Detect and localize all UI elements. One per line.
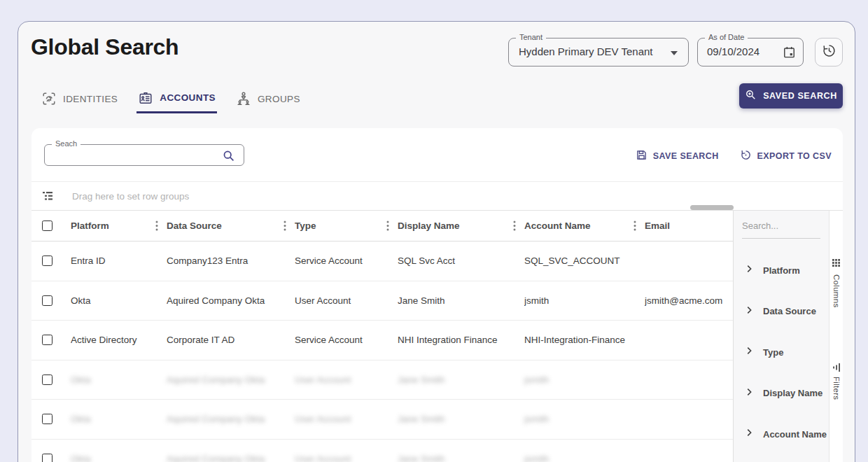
cell-display-name: SQL Svc Acct <box>398 255 524 266</box>
table-row[interactable]: Okta Aquired Company Okta User Account J… <box>31 400 733 440</box>
filter-item-display-name[interactable]: Display Name <box>734 373 829 414</box>
cell-data-source: Aquired Company Okta <box>167 295 295 306</box>
save-icon <box>636 149 648 163</box>
column-menu-icon[interactable] <box>386 220 389 231</box>
column-header-type[interactable]: Type <box>295 211 398 241</box>
filters-search <box>742 219 820 239</box>
row-checkbox[interactable] <box>42 454 52 462</box>
cell-platform: Okta <box>71 454 167 462</box>
grid-area: Platform Data Source Type <box>31 211 843 462</box>
cell-type: User Account <box>295 454 398 462</box>
accounts-grid: Platform Data Source Type <box>31 211 733 462</box>
calendar-icon[interactable] <box>783 46 796 62</box>
grid-icon <box>832 257 840 270</box>
cell-data-source: Company123 Entra <box>167 255 295 266</box>
column-menu-icon[interactable] <box>155 220 158 231</box>
filter-item-data-source[interactable]: Data Source <box>734 291 829 332</box>
cell-type: User Account <box>295 374 398 385</box>
cell-data-source: Corporate IT AD <box>167 335 295 345</box>
export-icon <box>740 149 752 163</box>
fingerprint-icon <box>41 91 57 106</box>
column-header-display-name[interactable]: Display Name <box>398 211 524 241</box>
column-label: Data Source <box>167 220 222 231</box>
panel-actions: SAVE SEARCH EXPORT TO CSV <box>636 148 832 164</box>
column-menu-icon[interactable] <box>513 220 516 231</box>
column-label: Platform <box>71 220 109 231</box>
column-label: Type <box>295 220 316 231</box>
tool-tab-filters[interactable]: Filters <box>830 363 843 400</box>
filter-item-type[interactable]: Type <box>734 332 829 373</box>
cell-account-name: jsmith <box>524 374 645 385</box>
filter-item-label: Data Source <box>763 306 816 316</box>
cell-account-name: jsmith <box>524 414 645 424</box>
filter-item-label: Type <box>763 347 783 358</box>
horizontal-scrollbar[interactable] <box>690 205 734 210</box>
row-checkbox[interactable] <box>42 374 52 385</box>
cell-account-name: jsmith <box>524 295 645 306</box>
filter-item-platform[interactable]: Platform <box>734 250 829 291</box>
table-row[interactable]: Okta Aquired Company Okta User Account J… <box>31 281 733 321</box>
history-button[interactable] <box>815 38 843 66</box>
tab-identities-label: IDENTITIES <box>63 94 118 104</box>
export-to-csv-button[interactable]: EXPORT TO CSV <box>740 148 832 164</box>
column-header-email[interactable]: Email <box>645 211 733 241</box>
column-menu-icon[interactable] <box>284 220 286 231</box>
table-row[interactable]: Active Directory Corporate IT AD Service… <box>31 321 733 360</box>
org-chart-icon <box>236 91 251 106</box>
cell-platform: Active Directory <box>71 335 167 345</box>
cell-platform: Okta <box>71 374 167 385</box>
filter-item-account-name[interactable]: Account Name <box>734 414 829 455</box>
cell-type: Service Account <box>295 255 398 266</box>
as-of-date-label: As of Date <box>705 33 748 41</box>
tenant-select[interactable]: Tenant Hydden Primary DEV Tenant <box>508 38 689 66</box>
as-of-date-field[interactable]: As of Date 09/10/2024 <box>697 38 804 66</box>
chevron-right-icon <box>744 305 754 318</box>
tool-tab-columns[interactable]: Columns <box>830 257 843 307</box>
filters-search-input[interactable] <box>742 220 820 231</box>
cell-platform: Entra ID <box>71 255 167 266</box>
save-search-label: SAVE SEARCH <box>653 151 719 161</box>
cell-display-name: NHI Integration Finance <box>398 335 524 345</box>
id-card-icon <box>138 90 153 106</box>
column-menu-icon[interactable] <box>634 220 636 231</box>
tab-groups-label: GROUPS <box>258 94 300 104</box>
tool-tab-columns-label: Columns <box>832 274 841 307</box>
tab-identities[interactable]: IDENTITIES <box>40 84 119 113</box>
row-checkbox[interactable] <box>42 295 52 306</box>
global-search-input[interactable] <box>52 147 213 164</box>
filter-item-label: Platform <box>763 265 800 276</box>
tab-groups[interactable]: GROUPS <box>234 84 302 113</box>
tenant-value: Hydden Primary DEV Tenant <box>519 46 652 57</box>
column-header-data-source[interactable]: Data Source <box>167 211 295 241</box>
export-to-csv-label: EXPORT TO CSV <box>757 151 832 161</box>
page-card: Global Search Tenant Hydden Primary DEV … <box>18 21 855 462</box>
entity-tabs: IDENTITIES ACCOUNTS <box>40 84 302 113</box>
global-search-field: Seach <box>44 144 244 166</box>
tab-accounts[interactable]: ACCOUNTS <box>136 84 217 113</box>
table-row[interactable]: Entra ID Company123 Entra Service Accoun… <box>31 241 733 281</box>
saved-search-label: SAVED SEARCH <box>763 91 837 101</box>
select-all-checkbox[interactable] <box>42 220 52 231</box>
row-checkbox[interactable] <box>42 335 52 345</box>
save-search-button[interactable]: SAVE SEARCH <box>636 148 719 164</box>
search-icon[interactable] <box>222 149 235 165</box>
global-search-page: Global Search Tenant Hydden Primary DEV … <box>0 0 868 462</box>
tool-tab-filters-label: Filters <box>832 377 841 400</box>
filter-icon <box>832 363 841 372</box>
table-row[interactable]: Okta Aquired Company Okta User Account J… <box>31 440 733 462</box>
chevron-right-icon <box>744 387 754 400</box>
table-row[interactable]: Okta Aquired Company Okta User Account J… <box>31 360 733 400</box>
column-label: Account Name <box>524 220 591 231</box>
saved-search-button[interactable]: SAVED SEARCH <box>739 83 843 108</box>
column-header-account-name[interactable]: Account Name <box>524 211 645 241</box>
history-icon <box>822 43 836 61</box>
header-checkbox-cell <box>31 211 71 241</box>
row-group-icon <box>42 190 53 202</box>
grid-header-row: Platform Data Source Type <box>31 211 733 241</box>
page-title: Global Search <box>31 34 178 60</box>
row-checkbox[interactable] <box>42 255 52 266</box>
cell-display-name: Jane Smith <box>398 454 524 462</box>
row-checkbox[interactable] <box>42 414 52 424</box>
column-header-platform[interactable]: Platform <box>71 211 167 241</box>
cell-display-name: Jane Smith <box>398 414 524 424</box>
